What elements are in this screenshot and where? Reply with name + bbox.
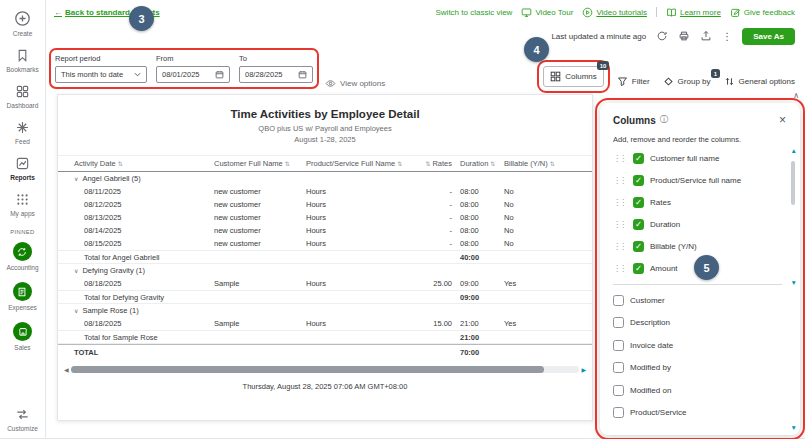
sidebar-item-feed[interactable]: Feed (15, 120, 30, 145)
video-tour-link[interactable]: Video Tour (521, 7, 573, 18)
column-item-label: Product/Service (630, 408, 686, 417)
checkbox-checked[interactable]: ✓ (633, 175, 644, 186)
general-options-button[interactable]: General options (724, 76, 795, 87)
apps-grid-icon (15, 192, 30, 207)
main-content: ← Back to standard reports Switch to cla… (46, 0, 805, 438)
filter-button[interactable]: Filter (617, 76, 650, 87)
columns-button[interactable]: Columns 10 (543, 66, 604, 87)
sidebar-item-customize[interactable]: Customize (7, 407, 38, 432)
column-item-unchecked[interactable]: Invoice date (613, 334, 790, 357)
drag-handle-icon[interactable]: ⋮⋮ (613, 176, 627, 185)
export-icon[interactable] (699, 30, 712, 43)
to-date-input[interactable]: 08/28/2025 (239, 66, 313, 83)
column-item-checked[interactable]: ⋮⋮✓Duration (613, 213, 790, 235)
drag-handle-icon[interactable]: ⋮⋮ (613, 220, 627, 229)
view-options-button[interactable]: View options (325, 79, 385, 88)
learn-more-link[interactable]: Learn more (666, 7, 721, 18)
drag-handle-icon[interactable]: ⋮⋮ (613, 264, 627, 273)
close-icon[interactable]: × (779, 114, 786, 126)
report-controls: Report period This month to date From 08… (46, 48, 805, 92)
column-item-checked[interactable]: ⋮⋮✓Billable (Y/N) (613, 235, 790, 257)
header-billable[interactable]: Billable (Y/N)⇅ (504, 159, 566, 168)
scroll-down-icon[interactable]: ▼ (791, 279, 797, 286)
refresh-icon[interactable] (655, 30, 668, 43)
sidebar-item-dashboard[interactable]: Dashboard (7, 84, 39, 109)
drag-handle-icon[interactable]: ⋮⋮ (613, 198, 627, 207)
sidebar-item-create[interactable]: Create (13, 10, 33, 37)
scrollbar-track[interactable] (71, 366, 580, 373)
checkbox-unchecked[interactable] (613, 340, 624, 351)
horizontal-scrollbar[interactable]: ◀ ▶ (64, 365, 586, 374)
collapse-chevron-icon[interactable]: ∨ (74, 307, 78, 314)
save-as-button[interactable]: Save As (742, 28, 795, 45)
collapse-chevron-icon[interactable]: ∨ (74, 175, 78, 182)
column-item-unchecked[interactable]: Customer (613, 289, 790, 312)
scrollbar-thumb[interactable] (71, 366, 544, 373)
collapse-chevron-icon[interactable]: ∨ (74, 267, 78, 274)
divider (656, 7, 657, 17)
info-icon[interactable]: ⓘ (660, 114, 669, 126)
checkbox-unchecked[interactable] (613, 385, 624, 396)
scroll-up-icon[interactable]: ▲ (791, 147, 797, 154)
report-data-row: 08/12/2025new customerHours-08:00No (58, 198, 592, 211)
header-duration[interactable]: Duration⇅ (454, 159, 504, 168)
drag-handle-icon[interactable]: ⋮⋮ (613, 154, 627, 163)
report-group-header-row[interactable]: ∨Angel Gabriell (5) (58, 172, 592, 185)
expenses-receipt-icon (13, 282, 32, 301)
scroll-right-icon[interactable]: ▶ (581, 366, 586, 373)
sidebar-item-label: Expenses (8, 304, 37, 311)
header-rates[interactable]: ⇅Rates (412, 159, 454, 168)
checkbox-unchecked[interactable] (613, 317, 624, 328)
report-period-select[interactable]: This month to date (55, 66, 147, 83)
checkbox-checked[interactable]: ✓ (633, 241, 644, 252)
more-options-icon[interactable]: ⋮ (721, 31, 733, 42)
report-cell: new customer (214, 185, 306, 198)
column-item-unchecked[interactable]: Modified on (613, 379, 790, 402)
reports-chart-icon (15, 156, 30, 171)
switch-classic-view-link[interactable]: Switch to classic view (435, 8, 512, 17)
group-total-duration: 40:00 (454, 251, 504, 264)
sidebar-item-expenses[interactable]: Expenses (8, 282, 37, 311)
report-group-header-row[interactable]: ∨Defying Gravity (1) (58, 264, 592, 277)
checkbox-checked[interactable]: ✓ (633, 197, 644, 208)
collapse-controls-chevron-icon[interactable]: ∧ (793, 91, 799, 100)
sidebar-item-reports[interactable]: Reports (10, 156, 35, 181)
general-options-icon (724, 76, 735, 87)
report-group-header-row[interactable]: ∨Sample Rose (1) (58, 304, 592, 317)
scroll-left-icon[interactable]: ◀ (64, 366, 69, 373)
header-product-service-full-name[interactable]: Product/Service Full Name⇅ (306, 159, 412, 168)
checkbox-checked[interactable]: ✓ (633, 219, 644, 230)
report-cell: 08/13/2025 (74, 211, 214, 224)
print-icon[interactable] (677, 30, 690, 43)
checkbox-checked[interactable]: ✓ (633, 153, 644, 164)
column-item-unchecked[interactable]: Modified by (613, 357, 790, 380)
checkbox-unchecked[interactable] (613, 407, 624, 418)
column-item-checked[interactable]: ⋮⋮✓Rates (613, 191, 790, 213)
header-activity-date[interactable]: Activity Date⇅ (74, 159, 214, 168)
drag-handle-icon[interactable]: ⋮⋮ (613, 242, 627, 251)
column-item-checked[interactable]: ⋮⋮✓Product/Service full name (613, 169, 790, 191)
checkbox-checked[interactable]: ✓ (633, 263, 644, 274)
sidebar-item-accounting[interactable]: Accounting (6, 242, 38, 271)
column-item-unchecked[interactable]: Description (613, 312, 790, 335)
video-tutorials-link[interactable]: Video tutorials (582, 7, 647, 18)
scroll-down-icon[interactable]: ▼ (791, 424, 797, 431)
bookmark-icon (15, 48, 30, 63)
column-item-unchecked[interactable]: Product/Service (613, 402, 790, 425)
column-item-checked[interactable]: ⋮⋮✓Customer full name (613, 147, 790, 169)
checkbox-unchecked[interactable] (613, 362, 624, 373)
from-date-input[interactable]: 08/01/2025 (156, 66, 230, 83)
back-link-label: Back to standard reports (65, 8, 160, 17)
sidebar-item-sales[interactable]: Sales (13, 322, 32, 351)
sidebar-item-label: Bookmarks (6, 66, 39, 73)
sidebar-item-my-apps[interactable]: My apps (10, 192, 35, 217)
column-item-checked[interactable]: ⋮⋮✓Amount (613, 257, 790, 279)
give-feedback-link[interactable]: Give feedback (730, 7, 795, 18)
sidebar-item-bookmarks[interactable]: Bookmarks (6, 48, 39, 73)
group-by-button[interactable]: Group by 1 (663, 76, 711, 87)
report-cell: - (412, 237, 454, 250)
checkbox-unchecked[interactable] (613, 295, 624, 306)
header-customer-full-name[interactable]: Customer Full Name⇅ (214, 159, 306, 168)
back-to-standard-reports-link[interactable]: ← Back to standard reports (54, 8, 160, 17)
scrollbar-thumb[interactable] (791, 161, 795, 205)
